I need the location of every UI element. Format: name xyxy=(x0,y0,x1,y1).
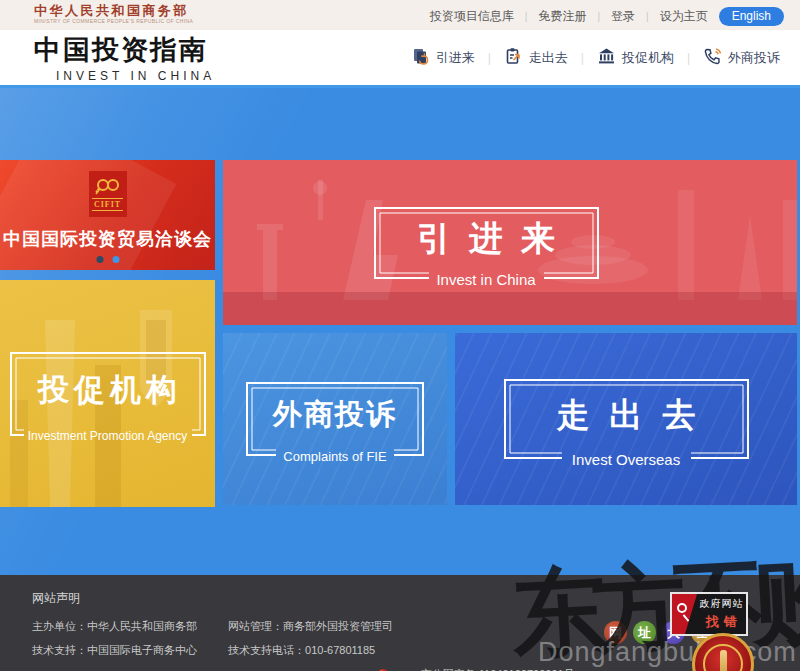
police-text: 京公网安备 11040102700091号 xyxy=(421,667,575,671)
nav-item-invest-in[interactable]: 引进来 xyxy=(411,47,475,69)
nav-label: 引进来 xyxy=(436,49,475,67)
invest-in-china-frame: 引进来 Invest in China xyxy=(374,207,599,279)
divider: | xyxy=(646,11,649,22)
invest-overseas-frame: 走出去 Invest Overseas xyxy=(504,379,749,459)
nav-item-complaints[interactable]: 外商投诉 xyxy=(703,47,780,69)
site-header: 中国投资指南 INVEST IN CHINA 引进来 | xyxy=(0,30,800,88)
nav-item-promotion-agency[interactable]: 投促机构 xyxy=(597,47,674,69)
divider: | xyxy=(525,11,528,22)
tile-title-en: Investment Promotion Agency xyxy=(28,429,187,443)
tile-title-en: Invest in China xyxy=(436,270,535,287)
link-set-homepage[interactable]: 设为主页 xyxy=(660,8,708,25)
nav-label: 投促机构 xyxy=(622,49,674,67)
divider: | xyxy=(488,51,491,65)
footer: 网站声明 主办单位：中华人民共和国商务部 网站管理：商务部外国投资管理司 技术支… xyxy=(0,575,800,671)
nav-label: 走出去 xyxy=(529,49,568,67)
cifit-logo: CIFIT xyxy=(89,171,127,217)
tile-title-en: Complaints of FIE xyxy=(283,449,386,464)
carousel-dots xyxy=(96,256,119,263)
footer-row-support: 技术支持：中国国际电子商务中心 技术支持电话：010-67801185 xyxy=(32,643,800,658)
site-title-en: INVEST IN CHINA xyxy=(34,69,215,83)
main-content: CIFIT 中国国际投资贸易洽谈会 xyxy=(0,88,800,575)
site-statement-link[interactable]: 网站声明 xyxy=(32,590,80,607)
top-bar: 中华人民共和国商务部 MINISTRY OF COMMERCE PEOPLE'S… xyxy=(0,0,800,30)
gov-website-error-badge[interactable]: 政府网站 找错 xyxy=(670,592,748,636)
site-logo: 中国投资指南 INVEST IN CHINA xyxy=(34,32,215,83)
tile-title-cn: 走出去 xyxy=(537,393,716,446)
ministry-name-cn: 中华人民共和国商务部 xyxy=(34,4,193,17)
divider: | xyxy=(597,11,600,22)
tile-complaints-fie[interactable]: 外商投诉 Complaints of FIE xyxy=(223,333,447,505)
clipboard-export-icon xyxy=(504,47,523,69)
tile-title-cn: 引进来 xyxy=(399,216,573,270)
tech-support-text: 技术支持：中国国际电子商务中心 xyxy=(32,644,197,656)
cifit-banner-tile[interactable]: CIFIT 中国国际投资贸易洽谈会 xyxy=(0,160,215,270)
badge-top-text: 政府网站 xyxy=(700,597,744,611)
ministry-logo: 中华人民共和国商务部 MINISTRY OF COMMERCE PEOPLE'S… xyxy=(34,4,193,24)
management-text: 网站管理：商务部外国投资管理司 xyxy=(228,620,393,632)
organizer-text: 主办单位：中华人民共和国商务部 xyxy=(32,620,197,632)
tile-promotion-agency[interactable]: 投促机构 Investment Promotion Agency xyxy=(0,280,215,507)
documents-import-icon xyxy=(411,47,430,69)
ministry-name-en: MINISTRY OF COMMERCE PEOPLE'S REPUBLIC O… xyxy=(34,19,193,24)
divider: | xyxy=(581,51,584,65)
page: 中华人民共和国商务部 MINISTRY OF COMMERCE PEOPLE'S… xyxy=(0,0,800,671)
complaints-frame: 外商投诉 Complaints of FIE xyxy=(246,382,424,456)
carousel-dot[interactable] xyxy=(96,256,103,263)
divider: | xyxy=(687,51,690,65)
nav-item-go-global[interactable]: 走出去 xyxy=(504,47,568,69)
bank-icon xyxy=(597,47,616,69)
footer-row-registration: 网站标识码bm22000001 ICP备案编号：京ICP备05004093号-1… xyxy=(32,667,800,671)
topbar-links: 投资项目信息库 | 免费注册 | 登录 | 设为主页 English xyxy=(430,4,784,26)
tech-phone-text: 技术支持电话：010-67801185 xyxy=(228,644,375,656)
tile-title-en: Invest Overseas xyxy=(572,451,680,468)
tile-invest-in-china[interactable]: 引进来 Invest in China xyxy=(223,160,797,325)
english-button[interactable]: English xyxy=(719,7,784,26)
link-login[interactable]: 登录 xyxy=(611,8,635,25)
police-record-link[interactable]: 京公网安备 11040102700091号 xyxy=(377,667,603,671)
tile-invest-overseas[interactable]: 走出去 Invest Overseas xyxy=(455,333,797,505)
magnifier-flag-icon xyxy=(672,594,697,634)
cifit-key-98-icon xyxy=(93,178,123,196)
promotion-agency-frame: 投促机构 Investment Promotion Agency xyxy=(10,352,206,436)
site-title-cn: 中国投资指南 xyxy=(34,32,215,68)
cifit-logo-label: CIFIT xyxy=(92,198,123,211)
main-nav: 引进来 | 走出去 | xyxy=(411,47,780,69)
nav-label: 外商投诉 xyxy=(728,49,780,67)
tile-title-cn: 外商投诉 xyxy=(273,395,397,443)
link-project-database[interactable]: 投资项目信息库 xyxy=(430,8,514,25)
badge-bottom-text: 找错 xyxy=(701,613,742,631)
phone-icon xyxy=(703,47,722,69)
carousel-dot-active[interactable] xyxy=(112,256,119,263)
cifit-title: 中国国际投资贸易洽谈会 xyxy=(3,227,212,251)
tile-title-cn: 投促机构 xyxy=(33,369,182,419)
link-register[interactable]: 免费注册 xyxy=(538,8,586,25)
